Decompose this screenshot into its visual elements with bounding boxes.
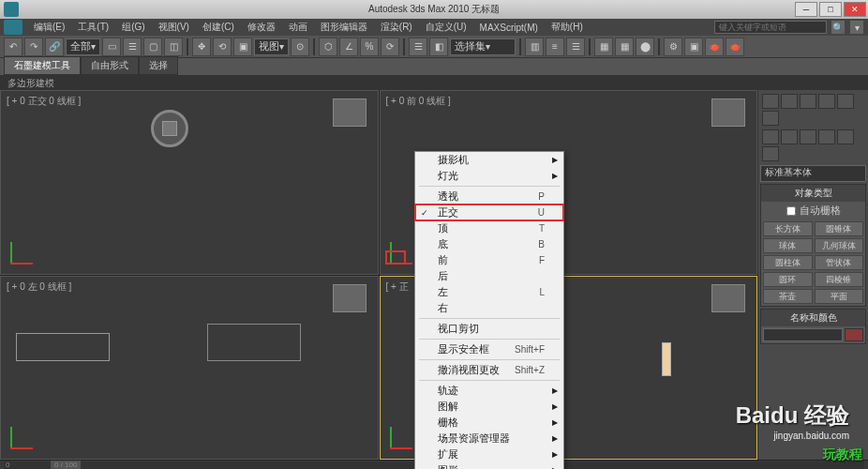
viewcube-icon[interactable] xyxy=(711,284,745,312)
schematic-icon[interactable]: ▦ xyxy=(615,38,634,56)
rect-select-icon[interactable]: ▢ xyxy=(143,38,162,56)
cone-button[interactable]: 圆锥体 xyxy=(815,221,864,236)
modify-tab-icon[interactable] xyxy=(781,94,798,109)
color-swatch[interactable] xyxy=(845,328,863,341)
selection-set-dropdown[interactable]: 选择集 ▾ xyxy=(450,38,516,55)
menu-perspective[interactable]: 透视P xyxy=(415,189,563,204)
help-dropdown-icon[interactable]: ▾ xyxy=(849,20,864,35)
help-search-input[interactable] xyxy=(714,21,827,34)
menu-animation[interactable]: 动画 xyxy=(283,19,313,36)
rotate-icon[interactable]: ⟲ xyxy=(213,38,232,56)
primitive-type-dropdown[interactable]: 标准基本体 xyxy=(760,165,866,182)
render-prod-icon[interactable]: 🫖 xyxy=(726,38,744,56)
viewport-bottom-left[interactable]: [ + 0 左 0 线框 ] xyxy=(0,276,379,461)
percent-snap-icon[interactable]: % xyxy=(360,38,379,56)
menu-group[interactable]: 组(G) xyxy=(116,19,150,36)
menu-create[interactable]: 创建(C) xyxy=(197,19,240,36)
plane-button[interactable]: 平面 xyxy=(815,289,864,304)
menu-lights[interactable]: 灯光▶ xyxy=(415,168,563,184)
cameras-icon[interactable] xyxy=(818,129,835,144)
menu-graph-editors[interactable]: 图形编辑器 xyxy=(315,19,373,36)
viewcube-icon[interactable] xyxy=(333,284,367,312)
teapot-button[interactable]: 茶壶 xyxy=(763,289,813,304)
pyramid-button[interactable]: 四棱锥 xyxy=(815,272,864,287)
spacewarp-icon[interactable] xyxy=(762,146,779,161)
hierarchy-tab-icon[interactable] xyxy=(800,94,816,109)
viewcube-icon[interactable] xyxy=(333,98,367,127)
object-name-input[interactable] xyxy=(763,328,843,341)
menu-modifiers[interactable]: 修改器 xyxy=(242,19,281,36)
align-icon[interactable]: ≡ xyxy=(546,38,564,56)
menu-grid[interactable]: 栅格▶ xyxy=(415,415,563,431)
menu-schematic[interactable]: 图解▶ xyxy=(415,399,563,415)
menu-views[interactable]: 视图(V) xyxy=(153,19,195,36)
ribbon-tab-freeform[interactable]: 自由形式 xyxy=(81,56,139,75)
create-tab-icon[interactable] xyxy=(762,94,779,109)
viewcube-icon[interactable] xyxy=(711,98,745,127)
menu-right[interactable]: 右 xyxy=(415,300,563,316)
tube-button[interactable]: 管状体 xyxy=(815,255,864,270)
pivot-icon[interactable]: ⊙ xyxy=(291,38,309,56)
menu-front[interactable]: 前F xyxy=(415,252,563,268)
menu-cameras[interactable]: 摄影机▶ xyxy=(415,152,563,168)
undo-icon[interactable]: ↶ xyxy=(4,38,22,56)
menu-viewport-clipping[interactable]: 视口剪切 xyxy=(415,321,563,337)
link-icon[interactable]: 🔗 xyxy=(45,38,64,56)
steering-wheel-icon[interactable] xyxy=(151,110,188,147)
geosphere-button[interactable]: 几何球体 xyxy=(815,238,864,253)
render-setup-icon[interactable]: ⚙ xyxy=(664,38,682,56)
menu-back[interactable]: 后 xyxy=(415,268,563,284)
material-editor-icon[interactable]: ⬤ xyxy=(636,38,654,56)
named-sel-icon[interactable]: ☰ xyxy=(409,38,427,56)
close-button[interactable]: ✕ xyxy=(844,2,866,17)
geometry-icon[interactable] xyxy=(762,129,779,144)
utilities-tab-icon[interactable] xyxy=(762,111,779,126)
time-indicator[interactable]: 0 / 100 xyxy=(51,461,81,469)
display-tab-icon[interactable] xyxy=(837,94,854,109)
window-crossing-icon[interactable]: ◫ xyxy=(164,38,183,56)
curve-editor-icon[interactable]: ▦ xyxy=(594,38,613,56)
redo-icon[interactable]: ↷ xyxy=(24,38,43,56)
viewport-top-left[interactable]: [ + 0 正交 0 线框 ] xyxy=(0,90,379,275)
viewport-label[interactable]: [ + 0 前 0 线框 ] xyxy=(386,95,451,108)
menu-maxscript[interactable]: MAXScript(M) xyxy=(474,21,544,35)
move-icon[interactable]: ✥ xyxy=(192,38,211,56)
menu-help[interactable]: 帮助(H) xyxy=(546,19,589,36)
selection-filter-dropdown[interactable]: 全部 ▾ xyxy=(66,38,100,55)
viewport-label[interactable]: [ + 0 正交 0 线框 ] xyxy=(7,95,81,108)
menu-top[interactable]: 顶T xyxy=(415,220,563,236)
angle-snap-icon[interactable]: ∠ xyxy=(339,38,358,56)
maximize-button[interactable]: □ xyxy=(819,2,842,17)
menu-undo-view[interactable]: 撤消视图更改Shift+Z xyxy=(415,362,563,378)
menu-extended[interactable]: 扩展▶ xyxy=(415,446,563,462)
render-icon[interactable]: 🫖 xyxy=(705,38,724,56)
layers-icon[interactable]: ☰ xyxy=(566,38,585,56)
menu-show-safeframe[interactable]: 显示安全框Shift+F xyxy=(415,341,563,357)
autogrid-checkbox[interactable]: 自动栅格 xyxy=(761,202,865,219)
menu-track[interactable]: 轨迹▶ xyxy=(415,383,563,399)
menu-left[interactable]: 左L xyxy=(415,284,563,300)
menu-edit[interactable]: 编辑(E) xyxy=(28,19,70,36)
select-by-name-icon[interactable]: ☰ xyxy=(123,38,142,56)
select-icon[interactable]: ▭ xyxy=(102,38,121,56)
menu-bottom[interactable]: 底B xyxy=(415,236,563,252)
box-button[interactable]: 长方体 xyxy=(763,221,813,236)
menu-customize[interactable]: 自定义(U) xyxy=(420,19,472,36)
render-frame-icon[interactable]: ▣ xyxy=(684,38,703,56)
viewport-label[interactable]: [ + 正 xyxy=(386,280,409,294)
menu-scene-explorer[interactable]: 场景资源管理器▶ xyxy=(415,431,563,446)
scale-icon[interactable]: ▣ xyxy=(233,38,252,56)
ref-coord-dropdown[interactable]: 视图 ▾ xyxy=(254,38,289,55)
ribbon-tab-selection[interactable]: 选择 xyxy=(139,56,178,75)
menu-rendering[interactable]: 渲染(R) xyxy=(375,19,418,36)
helpers-icon[interactable] xyxy=(837,129,854,144)
sphere-button[interactable]: 球体 xyxy=(763,238,813,253)
cylinder-button[interactable]: 圆柱体 xyxy=(763,255,813,270)
manage-sel-icon[interactable]: ◧ xyxy=(429,38,448,56)
viewport-label[interactable]: [ + 0 左 0 线框 ] xyxy=(7,280,71,294)
lights-icon[interactable] xyxy=(800,129,816,144)
app-menu-icon[interactable] xyxy=(4,20,22,35)
ribbon-tab-graphite[interactable]: 石墨建模工具 xyxy=(4,56,81,75)
menu-tools[interactable]: 工具(T) xyxy=(72,19,114,36)
snap-icon[interactable]: ⬡ xyxy=(319,38,337,56)
